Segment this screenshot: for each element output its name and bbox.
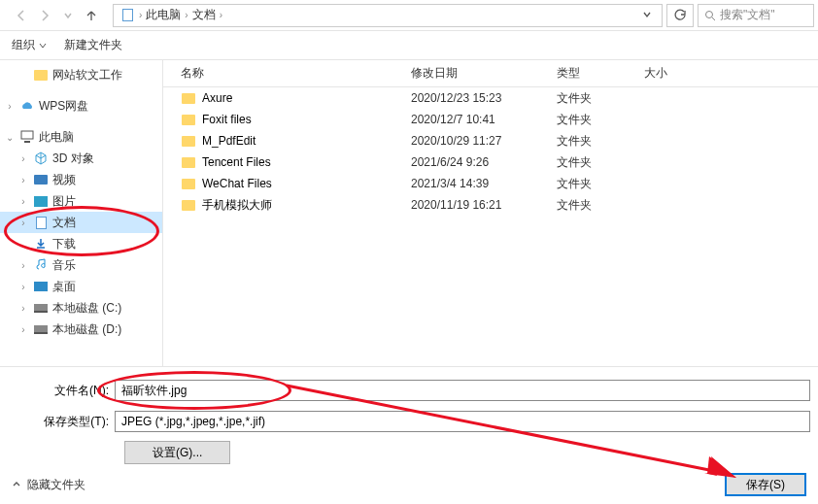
dialog-footer: 隐藏文件夹 保存(S) <box>0 465 818 504</box>
tree-item-diskd[interactable]: › 本地磁盘 (D:) <box>0 319 162 340</box>
tree-item-desktop[interactable]: › 桌面 <box>0 276 162 297</box>
file-row[interactable]: Tencent Files 2021/6/24 9:26 文件夹 <box>163 151 818 173</box>
file-date: 2020/12/23 15:23 <box>411 91 557 105</box>
tree-item-diskc[interactable]: › 本地磁盘 (C:) <box>0 297 162 319</box>
savetype-select[interactable]: JPEG (*.jpg,*.jpeg,*.jpe,*.jif) <box>115 411 810 432</box>
chevron-down-icon <box>39 42 47 50</box>
video-icon <box>33 172 49 187</box>
settings-button[interactable]: 设置(G)... <box>124 441 230 464</box>
search-input[interactable]: 搜索"文档" <box>698 4 814 27</box>
nav-back-button[interactable] <box>12 6 31 25</box>
computer-icon <box>19 129 35 145</box>
file-type: 文件夹 <box>557 133 644 150</box>
breadcrumb[interactable]: › 此电脑 › 文档 › <box>113 4 663 27</box>
tree-item-documents[interactable]: › 文档 <box>0 212 162 233</box>
chevron-right-icon: › <box>139 10 142 20</box>
file-name: WeChat Files <box>202 177 272 190</box>
folder-icon <box>181 112 196 127</box>
filename-input[interactable]: 福昕软件.jpg <box>115 380 810 401</box>
file-row[interactable]: 手机模拟大师 2020/11/19 16:21 文件夹 <box>163 194 818 216</box>
file-date: 2020/12/7 10:41 <box>411 113 557 126</box>
save-panel: 文件名(N): 福昕软件.jpg 保存类型(T): JPEG (*.jpg,*.… <box>0 366 818 464</box>
tree-item-thispc[interactable]: ⌄ 此电脑 <box>0 126 162 148</box>
refresh-button[interactable] <box>666 4 694 27</box>
chevron-right-icon: › <box>17 218 29 228</box>
col-name[interactable]: 名称 <box>163 65 411 82</box>
search-icon <box>704 10 716 21</box>
svg-line-1 <box>712 17 715 20</box>
address-bar: › 此电脑 › 文档 › 搜索"文档" <box>0 0 818 31</box>
document-icon <box>33 215 49 230</box>
pictures-icon <box>33 193 49 209</box>
folder-icon <box>181 197 196 213</box>
file-name: Foxit files <box>202 113 252 126</box>
breadcrumb-current[interactable]: 文档 <box>192 7 216 23</box>
chevron-right-icon: › <box>17 153 29 164</box>
chevron-right-icon: › <box>17 175 29 185</box>
col-size[interactable]: 大小 <box>644 65 722 82</box>
file-date: 2020/10/29 11:27 <box>411 134 557 148</box>
file-type: 文件夹 <box>557 154 644 171</box>
file-name: 手机模拟大师 <box>202 197 272 214</box>
organize-button[interactable]: 组织 <box>12 37 47 53</box>
drive-icon <box>33 300 49 316</box>
savetype-label: 保存类型(T): <box>0 414 115 430</box>
file-type: 文件夹 <box>557 112 644 128</box>
file-type: 文件夹 <box>557 197 644 214</box>
breadcrumb-root[interactable]: 此电脑 <box>146 7 181 23</box>
column-headers: 名称 修改日期 类型 大小 <box>163 60 818 87</box>
navigation-tree: 网站软文工作 › WPS网盘 ⌄ 此电脑 › 3D 对象 › <box>0 60 163 366</box>
nav-recent-dropdown[interactable] <box>58 6 78 25</box>
desktop-icon <box>33 279 49 294</box>
file-name: Tencent Files <box>202 155 271 169</box>
breadcrumb-dropdown[interactable] <box>638 9 656 22</box>
save-button[interactable]: 保存(S) <box>725 473 806 496</box>
nav-up-button[interactable] <box>82 6 101 25</box>
tree-item-video[interactable]: › 视频 <box>0 169 162 190</box>
file-date: 2020/11/19 16:21 <box>411 198 557 212</box>
folder-icon <box>181 176 196 191</box>
file-name: Axure <box>202 91 232 105</box>
file-type: 文件夹 <box>557 90 644 107</box>
file-row[interactable]: WeChat Files 2021/3/4 14:39 文件夹 <box>163 173 818 194</box>
tree-item-pictures[interactable]: › 图片 <box>0 190 162 212</box>
chevron-right-icon: › <box>17 260 29 271</box>
svg-rect-3 <box>24 141 30 143</box>
tree-item-3dobjects[interactable]: › 3D 对象 <box>0 148 162 169</box>
drive-icon <box>33 321 49 337</box>
music-icon <box>33 257 49 273</box>
col-date[interactable]: 修改日期 <box>411 65 557 82</box>
chevron-right-icon: › <box>185 10 187 20</box>
file-list: 名称 修改日期 类型 大小 Axure 2020/12/23 15:23 文件夹… <box>163 60 818 366</box>
file-date: 2021/3/4 14:39 <box>411 177 557 190</box>
col-type[interactable]: 类型 <box>557 65 644 82</box>
tree-item-wps[interactable]: › WPS网盘 <box>0 95 162 117</box>
nav-forward-button[interactable] <box>35 6 54 25</box>
svg-rect-2 <box>21 131 33 139</box>
chevron-right-icon: › <box>17 303 29 314</box>
3d-icon <box>33 151 49 166</box>
folder-icon <box>181 133 196 149</box>
svg-point-0 <box>706 11 713 17</box>
new-folder-button[interactable]: 新建文件夹 <box>64 37 122 53</box>
file-date: 2021/6/24 9:26 <box>411 155 557 169</box>
file-name: M_PdfEdit <box>202 134 256 148</box>
search-placeholder: 搜索"文档" <box>720 7 775 23</box>
tree-item-webwork[interactable]: 网站软文工作 <box>0 64 162 85</box>
chevron-right-icon: › <box>17 196 29 207</box>
download-icon <box>33 236 49 252</box>
chevron-right-icon: › <box>4 101 16 112</box>
tree-item-music[interactable]: › 音乐 <box>0 254 162 276</box>
filename-label: 文件名(N): <box>0 383 115 399</box>
document-icon <box>119 8 135 23</box>
file-row[interactable]: M_PdfEdit 2020/10/29 11:27 文件夹 <box>163 130 818 151</box>
file-row[interactable]: Axure 2020/12/23 15:23 文件夹 <box>163 87 818 109</box>
folder-icon <box>181 90 196 106</box>
folder-icon <box>181 154 196 170</box>
cloud-icon <box>19 98 35 114</box>
chevron-right-icon: › <box>17 282 29 292</box>
hide-folders-toggle[interactable]: 隐藏文件夹 <box>12 477 85 493</box>
chevron-right-icon: › <box>17 324 29 335</box>
file-row[interactable]: Foxit files 2020/12/7 10:41 文件夹 <box>163 109 818 130</box>
tree-item-downloads[interactable]: 下载 <box>0 233 162 254</box>
